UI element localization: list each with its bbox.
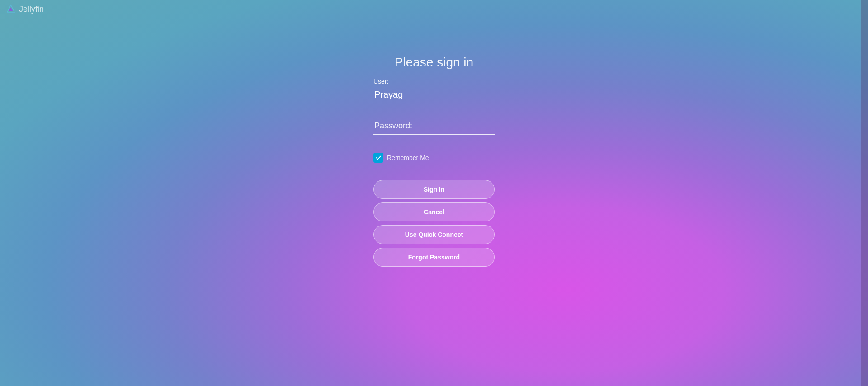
remember-me-checkbox[interactable] — [373, 153, 383, 163]
password-field-group: Password: — [373, 119, 495, 135]
cancel-button[interactable]: Cancel — [373, 202, 495, 221]
password-label[interactable]: Password: — [373, 119, 495, 135]
remember-me-row: Remember Me — [373, 153, 495, 163]
user-input[interactable] — [373, 88, 495, 103]
app-header: Jellyfin — [5, 4, 44, 14]
page-title: Please sign in — [373, 55, 495, 70]
user-label: User: — [373, 78, 495, 85]
login-form: Please sign in User: Password: Remember … — [373, 55, 495, 270]
brand-name: Jellyfin — [19, 5, 44, 14]
user-field-group: User: — [373, 78, 495, 103]
forgot-password-button[interactable]: Forgot Password — [373, 248, 495, 267]
checkmark-icon — [375, 154, 382, 161]
jellyfin-logo-icon — [5, 4, 16, 14]
scrollbar[interactable] — [861, 0, 868, 386]
signin-button[interactable]: Sign In — [373, 180, 495, 199]
quick-connect-button[interactable]: Use Quick Connect — [373, 225, 495, 244]
remember-me-label: Remember Me — [387, 154, 429, 161]
